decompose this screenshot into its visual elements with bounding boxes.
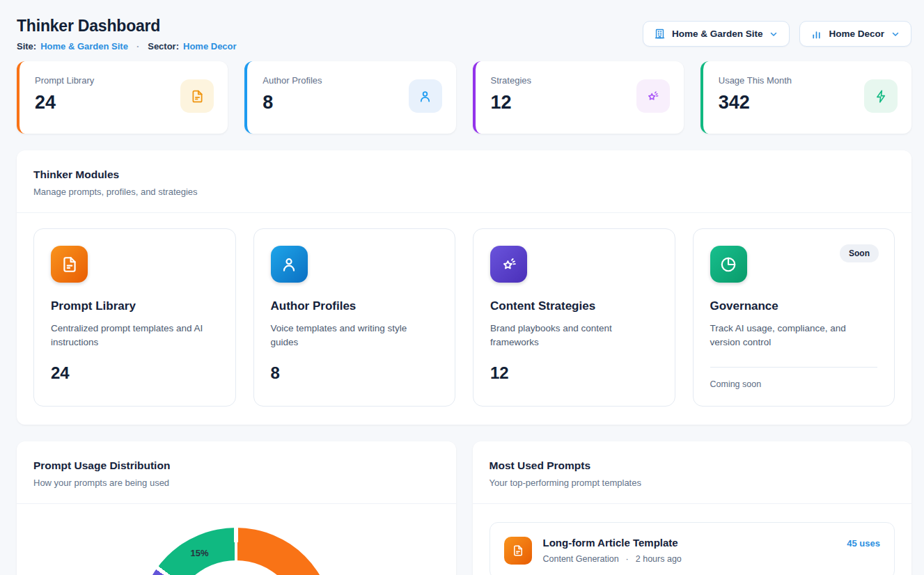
bar-chart-icon [811, 28, 822, 40]
prompts-card-header: Most Used Prompts Your top-performing pr… [473, 441, 912, 504]
donut-chart: 15% [139, 528, 334, 575]
page-title: Thinker Dashboard [17, 17, 237, 36]
prompt-list: Long-form Article Template Content Gener… [473, 504, 912, 575]
prompts-card-subtitle: Your top-performing prompt templates [490, 478, 895, 488]
stat-card-author-profiles: Author Profiles 8 [244, 61, 455, 134]
document-icon [180, 79, 214, 113]
sector-label: Sector: [148, 41, 179, 52]
separator-dot: · [136, 41, 139, 52]
bottom-row: Prompt Usage Distribution How your promp… [17, 441, 911, 575]
pie-chart-icon [710, 246, 747, 283]
prompts-card-title: Most Used Prompts [490, 459, 895, 472]
module-description: Track AI usage, compliance, and version … [710, 322, 870, 350]
dashboard-page: Thinker Dashboard Site: Home & Garden Si… [0, 0, 924, 575]
prompt-item-category: Content Generation [543, 554, 619, 564]
page-header: Thinker Dashboard Site: Home & Garden Si… [17, 17, 911, 52]
module-title: Governance [710, 299, 878, 313]
soon-badge: Soon [840, 244, 879, 262]
module-title: Content Strategies [490, 299, 658, 313]
usage-card-title: Prompt Usage Distribution [33, 459, 439, 472]
modules-title: Thinker Modules [33, 168, 895, 181]
chevron-down-icon [769, 29, 778, 39]
donut-hole [171, 560, 301, 575]
breadcrumb: Site: Home & Garden Site · Sector: Home … [17, 41, 237, 52]
module-description: Brand playbooks and content frameworks [490, 322, 650, 350]
stats-row: Prompt Library 24 Author Profiles 8 Stra… [17, 61, 911, 134]
prompt-item-uses-badge: 45 uses [847, 538, 880, 549]
document-icon [51, 246, 88, 283]
module-card-content-strategies[interactable]: Content Strategies Brand playbooks and c… [473, 228, 675, 407]
module-title: Prompt Library [51, 299, 219, 313]
page-header-left: Thinker Dashboard Site: Home & Garden Si… [17, 17, 237, 52]
prompt-list-item[interactable]: Long-form Article Template Content Gener… [490, 522, 895, 575]
module-title: Author Profiles [271, 299, 439, 313]
modules-grid: Prompt Library Centralized prompt templa… [17, 213, 911, 425]
separator-dot: · [626, 554, 629, 564]
sector-selector-value: Home Decor [829, 29, 884, 39]
building-icon [654, 28, 666, 40]
module-description: Voice templates and writing style guides [271, 322, 431, 350]
module-card-author-profiles[interactable]: Author Profiles Voice templates and writ… [253, 228, 456, 407]
prompt-item-meta: Content Generation · 2 hours ago [543, 554, 836, 564]
donut-segment-label: 15% [190, 547, 208, 558]
module-description: Centralized prompt templates and AI inst… [51, 322, 211, 350]
site-label: Site: [17, 41, 36, 52]
module-count: 8 [271, 363, 439, 383]
usage-card-subtitle: How your prompts are being used [33, 478, 439, 488]
site-selector-value: Home & Garden Site [672, 29, 763, 39]
document-icon [504, 537, 532, 565]
divider [710, 367, 878, 368]
module-count: 12 [490, 363, 658, 383]
prompt-item-time: 2 hours ago [636, 554, 682, 564]
module-card-governance[interactable]: Soon Governance Track AI usage, complian… [693, 228, 895, 407]
module-count: 24 [51, 363, 219, 383]
user-icon [271, 246, 308, 283]
sparkle-star-icon [636, 79, 670, 113]
module-card-prompt-library[interactable]: Prompt Library Centralized prompt templa… [33, 228, 236, 407]
coming-soon-text: Coming soon [710, 379, 878, 389]
header-controls: Home & Garden Site Home Decor [643, 21, 911, 47]
site-selector-dropdown[interactable]: Home & Garden Site [643, 21, 790, 47]
chevron-down-icon [891, 29, 900, 39]
stat-card-prompt-library: Prompt Library 24 [17, 61, 228, 134]
usage-card-header: Prompt Usage Distribution How your promp… [17, 441, 456, 504]
thinker-modules-panel: Thinker Modules Manage prompts, profiles… [17, 150, 911, 425]
prompt-item-main: Long-form Article Template Content Gener… [543, 537, 836, 564]
sector-link[interactable]: Home Decor [183, 41, 237, 52]
sector-selector-dropdown[interactable]: Home Decor [799, 21, 911, 47]
user-icon [409, 79, 442, 113]
sparkle-star-icon [490, 246, 527, 283]
modules-subtitle: Manage prompts, profiles, and strategies [33, 187, 895, 197]
prompt-usage-distribution-card: Prompt Usage Distribution How your promp… [17, 441, 456, 575]
lightning-icon [864, 79, 898, 113]
modules-panel-header: Thinker Modules Manage prompts, profiles… [17, 150, 911, 213]
stat-card-usage: Usage This Month 342 [700, 61, 911, 134]
most-used-prompts-card: Most Used Prompts Your top-performing pr… [473, 441, 912, 575]
donut-chart-area: 15% [17, 504, 456, 575]
prompt-item-title: Long-form Article Template [543, 537, 836, 549]
stat-card-strategies: Strategies 12 [473, 61, 684, 134]
site-link[interactable]: Home & Garden Site [40, 41, 128, 52]
